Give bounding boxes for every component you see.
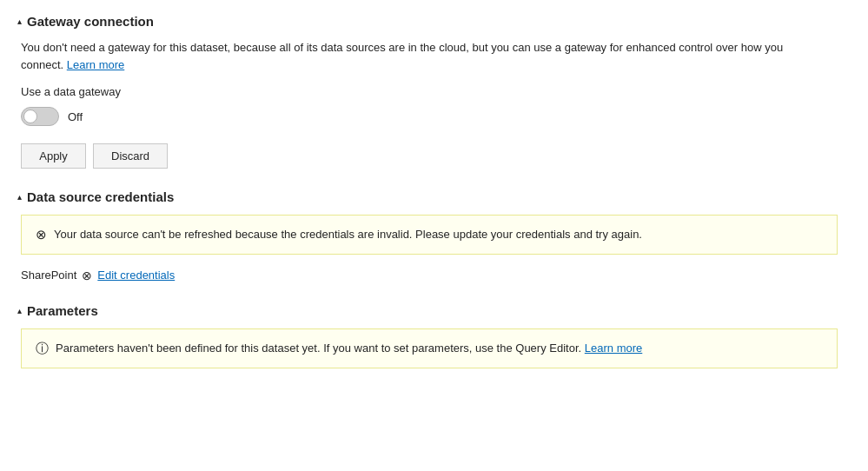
edit-credentials-link[interactable]: Edit credentials (97, 269, 175, 282)
info-circle-icon: ⓘ (36, 341, 49, 357)
parameters-info-alert: ⓘ Parameters haven't been defined for th… (21, 328, 838, 368)
discard-button[interactable]: Discard (93, 143, 168, 169)
credentials-error-alert: ⊗ Your data source can't be refreshed be… (21, 215, 838, 255)
gateway-section-body: You don't need a gateway for this datase… (17, 39, 851, 169)
credentials-section-title: Data source credentials (27, 189, 174, 204)
toggle-off-label: Off (68, 110, 83, 123)
apply-button[interactable]: Apply (21, 143, 86, 169)
sharepoint-label: SharePoint (21, 269, 76, 282)
gateway-description: You don't need a gateway for this datase… (21, 39, 820, 73)
credentials-section-body: ⊗ Your data source can't be refreshed be… (17, 215, 851, 282)
gateway-connection-section: ▴ Gateway connection You don't need a ga… (17, 14, 851, 169)
parameters-collapse-icon[interactable]: ▴ (17, 306, 22, 315)
credentials-row: SharePoint ⊗ Edit credentials (21, 269, 851, 282)
error-circle-icon: ⊗ (36, 227, 47, 242)
toggle-knob (23, 109, 37, 123)
gateway-learn-more-link[interactable]: Learn more (67, 58, 124, 71)
credentials-collapse-icon[interactable]: ▴ (17, 192, 22, 202)
gateway-toggle-row: Off (21, 107, 851, 126)
gateway-section-header: ▴ Gateway connection (17, 14, 851, 29)
credentials-section: ▴ Data source credentials ⊗ Your data so… (17, 189, 851, 282)
gateway-toggle[interactable] (21, 107, 59, 126)
gateway-collapse-icon[interactable]: ▴ (17, 17, 22, 26)
credentials-error-icon: ⊗ (82, 269, 92, 282)
gateway-section-title: Gateway connection (27, 14, 154, 29)
parameters-section: ▴ Parameters ⓘ Parameters haven't been d… (17, 303, 851, 368)
parameters-section-body: ⓘ Parameters haven't been defined for th… (17, 328, 851, 368)
gateway-label: Use a data gateway (21, 85, 851, 98)
parameters-learn-more-link[interactable]: Learn more (585, 342, 642, 355)
parameters-section-title: Parameters (27, 303, 98, 318)
credentials-section-header: ▴ Data source credentials (17, 189, 851, 204)
parameters-info-message: Parameters haven't been defined for this… (56, 340, 642, 357)
gateway-button-row: Apply Discard (21, 143, 851, 169)
parameters-section-header: ▴ Parameters (17, 303, 851, 318)
credentials-error-message: Your data source can't be refreshed beca… (54, 226, 642, 243)
